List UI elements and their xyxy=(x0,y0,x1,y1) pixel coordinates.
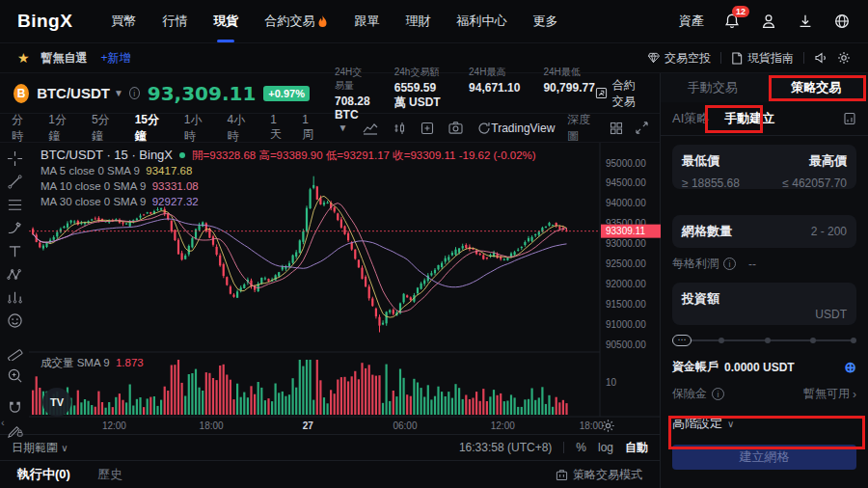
notification-bell-icon[interactable]: 12 xyxy=(723,13,741,30)
tab-strategy-trade[interactable]: 策略交易 xyxy=(765,73,868,102)
announcement-icon[interactable] xyxy=(814,51,827,65)
profit-per-grid-row: 每格利潤 i -- xyxy=(672,256,856,272)
tab-depth-chart[interactable]: 深度圖 xyxy=(567,112,597,145)
tab-running-orders[interactable]: 執行中(0) xyxy=(17,466,70,483)
svg-text:12:00: 12:00 xyxy=(102,420,126,431)
nav-wealth[interactable]: 理財 xyxy=(405,0,430,42)
compare-icon[interactable] xyxy=(420,122,434,135)
reset-chart-icon[interactable] xyxy=(477,122,491,135)
log-scale-toggle[interactable]: log xyxy=(598,441,613,454)
settings-gear-icon[interactable] xyxy=(837,51,851,65)
slider-dot[interactable] xyxy=(851,338,856,343)
interval-1m[interactable]: 1分鐘 xyxy=(48,112,77,145)
language-globe-icon[interactable] xyxy=(833,13,851,30)
interval-15m[interactable]: 15分鐘 xyxy=(135,112,170,145)
favorite-star-icon[interactable]: ★ xyxy=(17,50,30,66)
tab-manual-trade[interactable]: 手動交易 xyxy=(661,73,765,102)
interval-1d[interactable]: 1天 xyxy=(270,113,287,143)
nav-futures[interactable]: 合約交易 xyxy=(264,0,328,42)
svg-text:12:00: 12:00 xyxy=(491,420,515,431)
candlestick-chart[interactable]: 95000.0094500.0094000.0093500.0093000.00… xyxy=(29,143,661,434)
nav-more[interactable]: 更多 xyxy=(532,0,557,42)
interval-1h[interactable]: 1小時 xyxy=(184,112,213,145)
interval-more-icon[interactable]: ▼ xyxy=(338,122,347,133)
strategy-mode-link[interactable]: 策略交易模式 xyxy=(556,467,642,483)
measure-tool-icon[interactable] xyxy=(4,344,25,361)
toolbar-collapse-icon[interactable]: ‹ xyxy=(1,417,5,428)
svg-text:92500.00: 92500.00 xyxy=(606,258,646,269)
lock-drawings-icon[interactable] xyxy=(4,422,25,439)
indicators-icon[interactable] xyxy=(393,122,406,135)
percent-scale-toggle[interactable]: % xyxy=(576,441,586,454)
pair-info-icon[interactable]: i xyxy=(129,87,140,99)
axis-settings-gear-icon[interactable] xyxy=(601,419,616,434)
text-tool-icon[interactable] xyxy=(4,243,25,259)
deposit-plus-icon[interactable]: ⊕ xyxy=(844,360,856,374)
interval-time[interactable]: 分時 xyxy=(12,112,34,145)
interval-4h[interactable]: 4小時 xyxy=(228,112,257,145)
interval-5m[interactable]: 5分鐘 xyxy=(92,112,121,145)
assets-menu[interactable]: 資產 xyxy=(679,13,704,30)
slider-dot[interactable] xyxy=(765,338,771,343)
grid-count-label: 網格數量 xyxy=(682,223,732,240)
date-range-selector[interactable]: 日期範圍 ∨ xyxy=(12,440,68,456)
nav-copy-trading[interactable]: 跟單 xyxy=(354,0,379,42)
trendline-tool-icon[interactable] xyxy=(4,174,25,190)
stat-turnover: 24h交易額6559.59萬 USDT xyxy=(394,66,446,122)
nav-rewards[interactable]: 福利中心 xyxy=(456,0,506,42)
guide-doc-icon xyxy=(731,52,743,65)
insurance-row: 保險金 i 暫無可用 › xyxy=(672,386,856,402)
nav-markets[interactable]: 行情 xyxy=(162,0,187,42)
advanced-settings-toggle[interactable]: 高階設定 ∨ xyxy=(672,415,856,432)
auto-scale-toggle[interactable]: 自動 xyxy=(625,440,648,456)
position-tool-icon[interactable] xyxy=(4,289,25,306)
spot-guide-link[interactable]: 現貨指南 xyxy=(731,50,794,67)
nav-spot[interactable]: 現貨 xyxy=(213,0,238,42)
clock-utc[interactable]: 16:33:58 (UTC+8) xyxy=(459,441,552,454)
orders-tabs-bar: 執行中(0) 歷史 策略交易模式 xyxy=(0,460,660,488)
bingx-logo[interactable]: BingX xyxy=(17,11,72,32)
svg-text:91000.00: 91000.00 xyxy=(606,319,646,330)
investment-field[interactable]: 投資額 USDT xyxy=(672,283,856,325)
grid-count-field[interactable]: 網格數量 2 - 200 xyxy=(672,215,856,248)
svg-text:27: 27 xyxy=(303,420,314,431)
zoom-in-tool-icon[interactable] xyxy=(4,367,25,384)
emoji-tool-icon[interactable] xyxy=(4,312,25,329)
brush-tool-icon[interactable] xyxy=(4,220,25,236)
create-grid-button[interactable]: 建立網格 xyxy=(672,445,856,470)
investment-slider[interactable]: ⋯ xyxy=(672,334,856,347)
go-futures-link[interactable]: 合約交易 xyxy=(595,77,646,110)
interval-1w[interactable]: 1周 xyxy=(302,113,319,143)
tab-manual-create[interactable]: 手動建立 xyxy=(724,110,774,127)
camera-icon[interactable] xyxy=(448,122,463,134)
insurance-available-link[interactable]: 暫無可用 › xyxy=(803,386,856,402)
tradingview-logo[interactable]: TV xyxy=(42,388,71,417)
grid-layout-icon[interactable] xyxy=(610,122,623,135)
strategy-board-icon[interactable] xyxy=(843,112,856,125)
tab-ai-strategy[interactable]: AI策略 xyxy=(672,110,709,127)
profile-icon[interactable] xyxy=(760,13,777,30)
divider xyxy=(803,52,804,64)
nav-buy-crypto[interactable]: 買幣 xyxy=(111,0,136,42)
download-app-icon[interactable] xyxy=(797,13,814,30)
tab-tradingview[interactable]: TradingView xyxy=(491,122,555,135)
info-icon[interactable]: i xyxy=(712,388,724,400)
svg-text:92000.00: 92000.00 xyxy=(606,279,646,289)
price-range-field[interactable]: 最低價 最高價 ≥ 18855.68 ≤ 462057.70 xyxy=(672,145,856,189)
slider-dot[interactable] xyxy=(810,338,816,343)
watchlist-empty-text: 暫無自選 xyxy=(41,50,88,67)
fib-tool-icon[interactable] xyxy=(4,197,25,213)
add-favorite-link[interactable]: +新增 xyxy=(101,50,131,67)
chart-style-icon[interactable] xyxy=(363,122,378,135)
slider-dot[interactable] xyxy=(719,338,724,343)
slider-handle[interactable]: ⋯ xyxy=(672,335,692,346)
trade-airdrop-link[interactable]: 交易空投 xyxy=(647,50,711,67)
pattern-tool-icon[interactable] xyxy=(4,266,25,283)
fullscreen-icon[interactable] xyxy=(636,122,648,134)
tab-history-orders[interactable]: 歷史 xyxy=(97,466,122,483)
crosshair-tool-icon[interactable] xyxy=(4,150,25,167)
main-area: B BTC/USDT ▼ i 93,309.11 +0.97% 24H交易量70… xyxy=(0,73,868,488)
info-icon[interactable]: i xyxy=(723,258,736,270)
pair-selector[interactable]: BTC/USDT xyxy=(37,85,110,101)
magnet-tool-icon[interactable] xyxy=(4,399,25,416)
